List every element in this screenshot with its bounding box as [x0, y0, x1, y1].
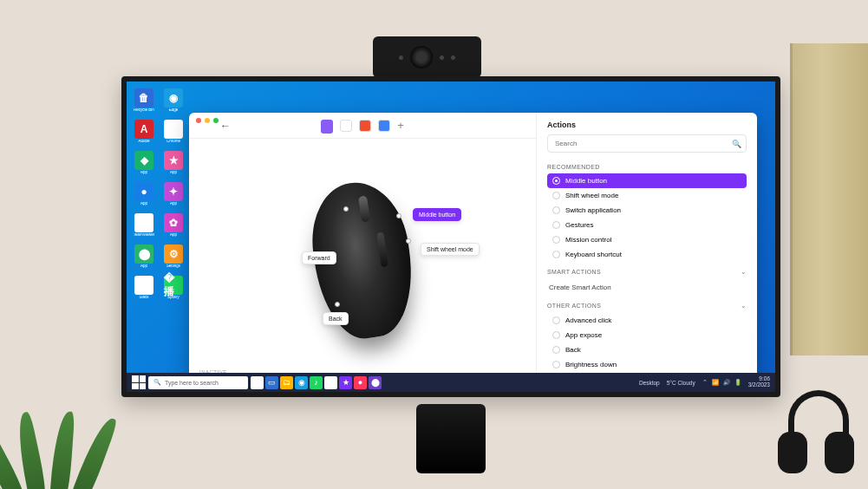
radio-icon [552, 346, 560, 354]
logi-options-window: ← + Middle button Shift wheel mode Forw [189, 113, 757, 381]
taskbar-desktop-label[interactable]: Desktop [639, 380, 660, 386]
tray-icon[interactable]: 📶 [712, 379, 719, 386]
desktop-icon[interactable]: ⚙Settings [161, 244, 186, 273]
tray-icon[interactable]: 🔋 [734, 379, 741, 386]
action-item[interactable]: Keyboard shortcut [547, 247, 747, 262]
taskbar-search-placeholder: Type here to search [165, 380, 219, 386]
radio-icon [552, 221, 560, 229]
section-recommended-header[interactable]: RECOMMENDED [547, 158, 747, 173]
radio-icon [552, 177, 560, 185]
radio-icon [552, 192, 560, 199]
desktop-icon[interactable]: ◯Chrome [161, 120, 186, 148]
radio-icon [552, 206, 560, 214]
taskbar-pin[interactable]: ◉ [295, 376, 308, 389]
action-item[interactable]: Middle button [547, 173, 747, 188]
desktop-icon[interactable]: ★App [161, 151, 186, 179]
desktop-icon[interactable]: ◆App [132, 151, 156, 179]
desktop-icon[interactable]: #Slack [132, 276, 156, 304]
taskbar-pin[interactable]: ♪ [310, 376, 323, 389]
weather-widget[interactable]: 5°C Cloudy [667, 380, 695, 386]
action-item[interactable]: Advanced click [547, 313, 747, 328]
radio-icon [552, 236, 560, 244]
radio-icon [552, 361, 560, 368]
search-icon: 🔍 [153, 379, 161, 386]
radio-icon [552, 331, 560, 339]
desktop-icon[interactable]: ◉Edge [161, 88, 186, 117]
chevron-down-icon: ⌄ [741, 268, 747, 276]
section-other-header[interactable]: OTHER ACTIONS ⌄ [547, 296, 747, 313]
taskbar-pin[interactable]: ● [354, 376, 367, 389]
taskbar-pin[interactable]: ◯ [324, 376, 337, 389]
app-switcher-item[interactable] [321, 120, 333, 132]
action-item[interactable]: Gestures [547, 218, 747, 232]
taskbar-pin[interactable]: ⊞ [251, 376, 264, 389]
desktop-icon[interactable]: AAdobe [132, 120, 156, 148]
actions-panel: Actions 🔍 RECOMMENDED Middle buttonShift… [536, 113, 757, 381]
action-item[interactable]: App expose [547, 328, 747, 342]
taskbar-pin[interactable]: 🗂 [280, 376, 293, 389]
search-input[interactable] [547, 134, 747, 153]
app-switcher-item[interactable] [359, 120, 371, 132]
add-app-button[interactable]: + [397, 119, 404, 132]
callout-middle-button[interactable]: Middle button [413, 208, 461, 221]
taskbar-pin[interactable]: ▭ [265, 376, 278, 389]
action-item[interactable]: Brightness down [547, 357, 747, 372]
desktop-icon[interactable]: ⬤App [132, 244, 156, 273]
webcam [373, 36, 481, 78]
callout-forward[interactable]: Forward [302, 251, 336, 264]
tray-icon[interactable]: 🔊 [723, 379, 730, 386]
taskbar-pin[interactable]: ⬤ [369, 376, 382, 389]
taskbar-pin[interactable]: ★ [339, 376, 352, 389]
desktop-icon[interactable]: ✦App [161, 182, 186, 211]
app-switcher-item[interactable] [340, 120, 352, 132]
app-switcher-bar: + [189, 113, 536, 139]
picture-frame [790, 43, 868, 355]
tray-icon[interactable]: ⌃ [702, 379, 708, 386]
action-item[interactable]: Back [547, 342, 747, 357]
callout-back[interactable]: Back [323, 312, 349, 325]
desktop-icon[interactable]: ●App [132, 182, 156, 211]
action-item[interactable]: Switch application [547, 203, 747, 218]
windows-taskbar: 🔍 Type here to search ⊞▭🗂◉♪◯★●⬤ Desktop … [127, 373, 775, 392]
mouse-configurator: Middle button Shift wheel mode Forward B… [189, 139, 536, 381]
desktop-screen: 🗑Recycle Bin◉EdgeAAdobe◯Chrome◆App★App●A… [127, 82, 775, 392]
taskbar-search[interactable]: 🔍 Type here to search [148, 376, 248, 389]
app-switcher-item[interactable] [378, 120, 390, 132]
action-item[interactable]: Shift wheel mode [547, 188, 747, 203]
taskbar-date[interactable]: 3/2/2023 [748, 382, 770, 388]
panel-title: Actions [537, 113, 757, 134]
desktop-icon[interactable]: �播Spotify [161, 276, 186, 304]
chevron-down-icon: ⌄ [741, 302, 747, 310]
callout-shift-wheel-mode[interactable]: Shift wheel mode [421, 243, 480, 256]
desktop-icon[interactable]: ✿App [161, 213, 186, 242]
section-smart-header[interactable]: SMART ACTIONS ⌄ [547, 262, 747, 279]
radio-icon [552, 316, 560, 324]
radio-icon [552, 251, 560, 258]
start-button[interactable] [132, 375, 146, 389]
create-smart-action-link[interactable]: Create Smart Action [547, 279, 747, 296]
action-item[interactable]: Mission control [547, 232, 747, 247]
desktop-icon[interactable]: 🗑Recycle Bin [132, 88, 156, 117]
monitor: 🗑Recycle Bin◉EdgeAAdobe◯Chrome◆App★App●A… [121, 76, 780, 397]
desktop-icon[interactable]: ⟲TeamViewer [132, 213, 156, 242]
